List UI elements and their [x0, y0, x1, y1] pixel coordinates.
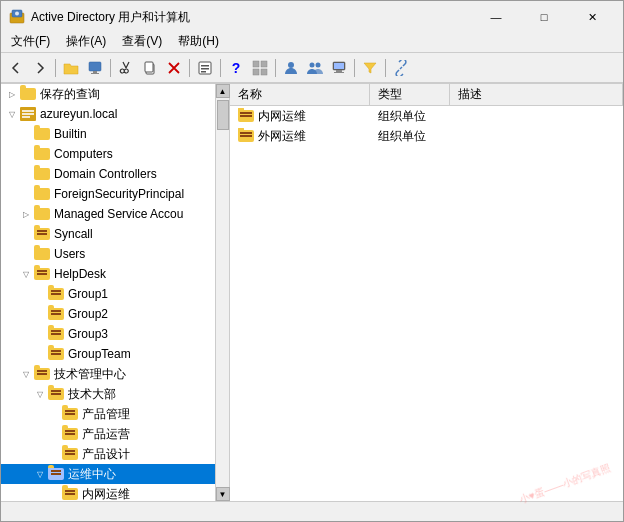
- delete-btn[interactable]: [163, 57, 185, 79]
- sep2: [110, 59, 111, 77]
- node-label-foreign: ForeignSecurityPrincipal: [54, 187, 184, 201]
- close-btn[interactable]: ✕: [569, 7, 615, 27]
- help-btn[interactable]: ?: [225, 57, 247, 79]
- node-label-prod-design: 产品设计: [82, 446, 130, 463]
- menu-view[interactable]: 查看(V): [116, 32, 168, 51]
- toolbar: ?: [1, 53, 623, 83]
- properties-btn[interactable]: [194, 57, 216, 79]
- node-label-groupteam: GroupTeam: [68, 347, 131, 361]
- menu-help[interactable]: 帮助(H): [172, 32, 225, 51]
- scroll-thumb[interactable]: [217, 100, 229, 130]
- folder-btn[interactable]: [60, 57, 82, 79]
- status-bar: [1, 501, 623, 522]
- tree-node-group3[interactable]: Group3: [1, 324, 215, 344]
- folder-icon-users: [33, 246, 51, 262]
- expand-tech-dept[interactable]: ▽: [33, 387, 47, 401]
- user-btn[interactable]: [280, 57, 302, 79]
- svg-point-16: [288, 62, 294, 68]
- list-row-outer-ops[interactable]: 外网运维 组织单位: [230, 126, 623, 146]
- node-label-prod-ops: 产品运营: [82, 426, 130, 443]
- node-label-prod-mgmt: 产品管理: [82, 406, 130, 423]
- expand-saved-queries[interactable]: ▷: [5, 87, 19, 101]
- ou-icon-prod-design: [61, 446, 79, 462]
- expand-azureyun[interactable]: ▽: [5, 107, 19, 121]
- expand-ops-center[interactable]: ▽: [33, 467, 47, 481]
- tree-node-tech-dept[interactable]: ▽ 技术大部: [1, 384, 215, 404]
- cut-btn[interactable]: [115, 57, 137, 79]
- svg-rect-27: [22, 116, 30, 118]
- view-btn[interactable]: [249, 57, 271, 79]
- link-btn[interactable]: [390, 57, 412, 79]
- col-header-name[interactable]: 名称: [230, 84, 370, 105]
- sep4: [220, 59, 221, 77]
- ou-icon-prod-ops: [61, 426, 79, 442]
- svg-rect-25: [22, 110, 34, 112]
- title-bar: Active Directory 用户和计算机 — □ ✕: [1, 1, 623, 31]
- tree-node-prod-design[interactable]: 产品设计: [1, 444, 215, 464]
- node-label-domain-controllers: Domain Controllers: [54, 167, 157, 181]
- expand-managed[interactable]: ▷: [19, 207, 33, 221]
- ou-icon-syncall: [33, 226, 51, 242]
- tree-node-prod-ops[interactable]: 产品运营: [1, 424, 215, 444]
- svg-rect-22: [334, 72, 344, 73]
- tree-node-group2[interactable]: Group2: [1, 304, 215, 324]
- col-header-type[interactable]: 类型: [370, 84, 450, 105]
- col-header-desc[interactable]: 描述: [450, 84, 623, 105]
- copy-btn[interactable]: [139, 57, 161, 79]
- expand-helpdesk[interactable]: ▽: [19, 267, 33, 281]
- folder-icon-dc: [33, 166, 51, 182]
- node-label-ops-center: 运维中心: [68, 466, 116, 483]
- menu-action[interactable]: 操作(A): [60, 32, 112, 51]
- tree-node-azureyun[interactable]: ▽ azureyun.local: [1, 104, 215, 124]
- sep6: [354, 59, 355, 77]
- svg-rect-11: [201, 71, 206, 73]
- menu-file[interactable]: 文件(F): [5, 32, 56, 51]
- svg-rect-26: [22, 113, 34, 115]
- tree-panel: ▷ 保存的查询 ▽ azureyun.local: [1, 84, 216, 501]
- tree-node-group1[interactable]: Group1: [1, 284, 215, 304]
- folder-icon-managed: [33, 206, 51, 222]
- tree-scrollbar[interactable]: ▲ ▼: [216, 84, 230, 501]
- tree-node-managed[interactable]: ▷ Managed Service Accou: [1, 204, 215, 224]
- ou-icon-groupteam: [47, 346, 65, 362]
- tree-node-users[interactable]: Users: [1, 244, 215, 264]
- computer-btn[interactable]: [328, 57, 350, 79]
- svg-rect-7: [145, 62, 153, 72]
- tree-node-domain-controllers[interactable]: Domain Controllers: [1, 164, 215, 184]
- group-btn[interactable]: [304, 57, 326, 79]
- filter-btn[interactable]: [359, 57, 381, 79]
- domain-icon-azureyun: [19, 106, 37, 122]
- tree-node-groupteam[interactable]: GroupTeam: [1, 344, 215, 364]
- node-label-managed: Managed Service Accou: [54, 207, 183, 221]
- expand-tech-mgmt[interactable]: ▽: [19, 367, 33, 381]
- tree-node-tech-mgmt[interactable]: ▽ 技术管理中心: [1, 364, 215, 384]
- folder-icon-foreign: [33, 186, 51, 202]
- svg-rect-4: [93, 71, 97, 73]
- sep7: [385, 59, 386, 77]
- svg-rect-14: [253, 69, 259, 75]
- node-label-saved-queries: 保存的查询: [40, 86, 100, 103]
- screen-btn[interactable]: [84, 57, 106, 79]
- back-btn[interactable]: [5, 57, 27, 79]
- tree-node-helpdesk[interactable]: ▽ HelpDesk: [1, 264, 215, 284]
- svg-point-2: [15, 12, 19, 16]
- tree-node-builtin[interactable]: Builtin: [1, 124, 215, 144]
- scroll-down-btn[interactable]: ▼: [216, 487, 230, 501]
- tree-node-prod-mgmt[interactable]: 产品管理: [1, 404, 215, 424]
- tree-node-ops-center[interactable]: ▽ 运维中心: [1, 464, 215, 484]
- list-row-inner-ops[interactable]: 内网运维 组织单位: [230, 106, 623, 126]
- maximize-btn[interactable]: □: [521, 7, 567, 27]
- minimize-btn[interactable]: —: [473, 7, 519, 27]
- tree-node-syncall[interactable]: Syncall: [1, 224, 215, 244]
- scroll-up-btn[interactable]: ▲: [216, 84, 230, 98]
- tree-node-computers[interactable]: Computers: [1, 144, 215, 164]
- svg-rect-15: [261, 69, 267, 75]
- tree-node-foreign[interactable]: ForeignSecurityPrincipal: [1, 184, 215, 204]
- ou-icon-inner-ops-list: [238, 110, 254, 122]
- tree-node-saved-queries[interactable]: ▷ 保存的查询: [1, 84, 215, 104]
- folder-icon-saved: [19, 86, 37, 102]
- forward-btn[interactable]: [29, 57, 51, 79]
- tree-node-inner-ops[interactable]: 内网运维: [1, 484, 215, 501]
- main-area: ▷ 保存的查询 ▽ azureyun.local: [1, 83, 623, 501]
- svg-rect-10: [201, 68, 209, 70]
